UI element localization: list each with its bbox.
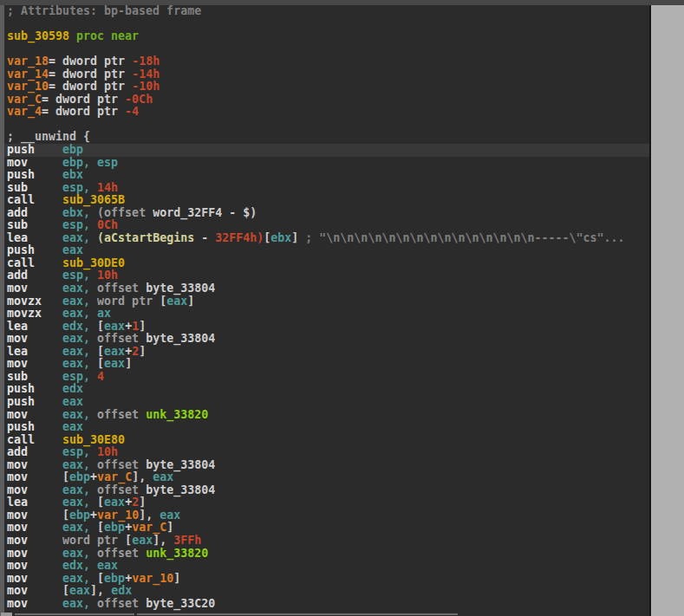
asm-line[interactable]: push eax xyxy=(7,396,649,409)
asm-token-reg: eax, xyxy=(62,547,90,560)
asm-line[interactable]: var_14= dword ptr -14h xyxy=(7,68,649,81)
asm-token-reg: eax xyxy=(62,395,83,408)
asm-token-def: = dword ptr xyxy=(49,55,132,68)
asm-token-reg: eax xyxy=(104,345,125,358)
asm-token-def xyxy=(90,295,97,308)
code-area[interactable]: ; Attributes: bp-based frame sub_30598 p… xyxy=(4,5,649,616)
asm-token-reg: eax, xyxy=(62,597,90,610)
asm-line[interactable]: lea eax, [eax+2] xyxy=(7,346,649,359)
asm-token-var: var_4 xyxy=(7,105,42,118)
asm-token-reg: eax xyxy=(62,420,83,433)
asm-line[interactable]: call sub_3065B xyxy=(7,194,649,207)
asm-line[interactable] xyxy=(7,18,649,31)
asm-line[interactable]: sub esp, 0Ch xyxy=(7,219,649,232)
asm-token-mn: mov xyxy=(7,156,62,169)
asm-token-def xyxy=(90,218,97,231)
asm-token-reg: esp, xyxy=(62,218,90,231)
asm-line[interactable]: add ebx, (offset word_32FF4 - $) xyxy=(7,207,649,220)
asm-token-def: [ xyxy=(160,295,166,308)
asm-line[interactable]: lea eax, [eax+2] xyxy=(7,496,649,509)
asm-line[interactable]: mov eax, offset byte_33804 xyxy=(7,282,649,295)
asm-line[interactable]: mov word ptr [eax], 3FFh xyxy=(7,535,649,548)
asm-line[interactable]: mov edx, eax xyxy=(7,560,649,573)
asm-line[interactable]: lea edx, [eax+1] xyxy=(7,321,649,334)
asm-line[interactable]: movzx eax, word ptr [eax] xyxy=(7,295,649,308)
asm-token-reg: edx xyxy=(111,584,132,597)
asm-token-mn: push xyxy=(7,420,62,433)
asm-line[interactable]: ; Attributes: bp-based frame xyxy=(7,5,649,18)
asm-line[interactable]: add esp, 10h xyxy=(7,269,649,282)
asm-token-cmt2: ; __unwind { xyxy=(7,130,90,143)
asm-line[interactable]: var_10= dword ptr -10h xyxy=(7,81,649,94)
asm-line[interactable]: lea eax, (aCstartBegins - 32FF4h)[ebx] ;… xyxy=(7,232,649,245)
asm-line[interactable]: mov eax, [ebp+var_10] xyxy=(7,573,649,586)
asm-line[interactable]: mov eax, [eax] xyxy=(7,358,649,371)
asm-line[interactable]: mov ebp, esp xyxy=(7,157,649,170)
asm-token-var: var_C xyxy=(7,93,42,106)
asm-token-def: [ xyxy=(90,345,104,358)
asm-token-reg: ax xyxy=(97,307,111,320)
asm-line[interactable]: sub esp, 4 xyxy=(7,371,649,384)
asm-token-def: ] xyxy=(187,295,194,308)
asm-line[interactable]: var_4= dword ptr -4 xyxy=(7,106,649,119)
asm-token-reg: ebp xyxy=(69,509,90,522)
asm-token-def: + xyxy=(125,496,132,509)
asm-token-def xyxy=(90,597,97,610)
asm-token-var: var_C xyxy=(97,470,132,483)
asm-line[interactable]: call sub_30E80 xyxy=(7,434,649,447)
asm-token-cmt: ; "\n\n\n\n\n\n\n\n\n\n\n\n\n\n\n-----\"… xyxy=(305,231,624,244)
bottom-panel-edge-segment xyxy=(15,613,134,615)
asm-line[interactable]: add esp, 10h xyxy=(7,446,649,459)
asm-line[interactable]: mov eax, offset byte_33804 xyxy=(7,333,649,346)
asm-token-def: ] xyxy=(173,572,180,585)
asm-line[interactable]: ; __unwind { xyxy=(7,131,649,144)
asm-token-reg: eax, xyxy=(62,483,90,496)
asm-token-mn: mov xyxy=(7,470,62,483)
asm-token-unk: unk_33820 xyxy=(146,547,208,560)
bottom-left-corner xyxy=(1,613,12,616)
asm-line[interactable]: sub_30598 proc near xyxy=(7,30,649,43)
vertical-scrollbar[interactable] xyxy=(649,5,684,616)
asm-token-reg: eax, xyxy=(62,357,90,370)
asm-line[interactable]: mov eax, offset unk_33820 xyxy=(7,409,649,422)
asm-token-reg: eax, xyxy=(62,496,90,509)
asm-token-def: = dword ptr xyxy=(42,93,125,106)
asm-line[interactable]: push edx xyxy=(7,383,649,396)
asm-line[interactable]: push ebx xyxy=(7,169,649,182)
asm-token-reg: edx, xyxy=(62,559,90,572)
asm-token-num: 10h xyxy=(97,269,118,282)
asm-token-var: var_14 xyxy=(7,68,49,81)
asm-token-def: [ xyxy=(90,357,104,370)
asm-line[interactable]: mov [eax], edx xyxy=(7,585,649,598)
asm-line[interactable]: mov eax, offset byte_33804 xyxy=(7,484,649,497)
asm-line[interactable]: mov eax, offset unk_33820 xyxy=(7,548,649,561)
asm-line-current[interactable]: push ebp xyxy=(4,144,649,157)
asm-line[interactable]: var_C= dword ptr -0Ch xyxy=(7,94,649,107)
asm-token-reg: esp, xyxy=(62,181,90,194)
asm-line[interactable] xyxy=(7,119,649,132)
asm-line[interactable]: push eax xyxy=(7,421,649,434)
asm-line[interactable]: mov [ebp+var_10], eax xyxy=(7,509,649,522)
asm-line[interactable]: movzx eax, ax xyxy=(7,308,649,321)
asm-line[interactable] xyxy=(7,43,649,56)
asm-token-def xyxy=(90,547,97,560)
asm-token-mn: call xyxy=(7,256,62,269)
asm-line[interactable]: mov eax, offset byte_33804 xyxy=(7,459,649,472)
asm-line[interactable]: mov eax, [ebp+var_C] xyxy=(7,522,649,535)
asm-line[interactable]: call sub_30DE0 xyxy=(7,257,649,270)
asm-token-mn: mov xyxy=(7,282,62,295)
asm-token-reg: eax xyxy=(104,357,125,370)
asm-token-reg: edx, xyxy=(62,320,90,333)
bottom-panel-edge-segment xyxy=(137,613,458,615)
asm-token-kw: offset xyxy=(97,547,146,560)
asm-line[interactable]: mov eax, offset byte_33C20 xyxy=(7,598,649,611)
asm-line[interactable]: var_18= dword ptr -18h xyxy=(7,55,649,68)
asm-token-var: var_18 xyxy=(7,55,49,68)
asm-token-num: 3FFh xyxy=(173,534,201,547)
asm-token-def xyxy=(90,231,97,244)
asm-line[interactable]: push eax xyxy=(7,244,649,257)
asm-line[interactable]: mov [ebp+var_C], eax xyxy=(7,471,649,484)
asm-token-mn: call xyxy=(7,193,62,206)
asm-line[interactable]: sub esp, 14h xyxy=(7,182,649,195)
asm-token-kw: word ptr xyxy=(97,295,160,308)
